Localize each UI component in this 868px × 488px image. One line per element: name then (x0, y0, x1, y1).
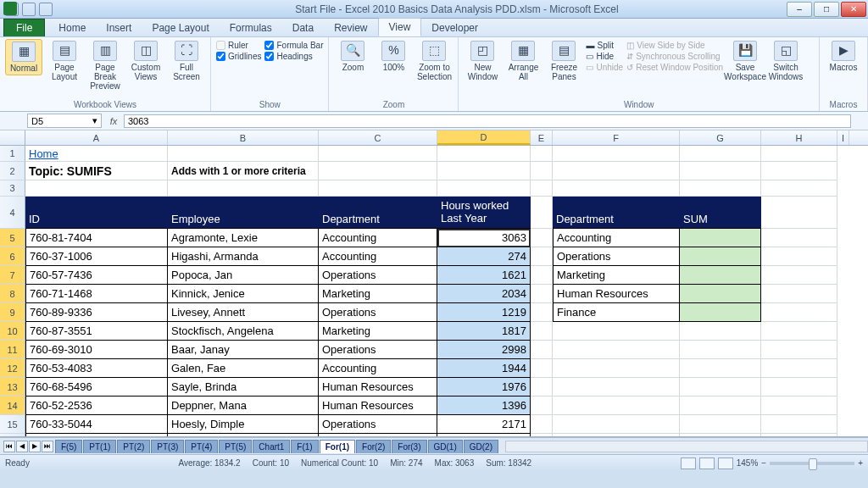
cell-B14[interactable]: Deppner, Mana (168, 396, 319, 415)
tab-data[interactable]: Data (282, 19, 324, 36)
hdr-department[interactable]: Department (319, 197, 437, 229)
cell-A6[interactable]: 760-37-1006 (25, 247, 168, 266)
select-all-corner[interactable] (0, 130, 25, 145)
row-11[interactable]: 11 (0, 341, 25, 359)
col-E[interactable]: E (531, 130, 553, 145)
cell-D15[interactable]: 2171 (437, 415, 531, 434)
cell-B8[interactable]: Kinnick, Jenice (168, 285, 319, 303)
hide-button[interactable]: ▭ Hide (586, 52, 623, 61)
cell-A11[interactable]: 760-69-3010 (25, 341, 168, 359)
cell-A13[interactable]: 760-68-5496 (25, 378, 168, 396)
cell-C13[interactable]: Human Resources (319, 378, 437, 396)
row-2[interactable]: 2 (0, 162, 25, 180)
minimize-button[interactable]: – (787, 2, 812, 17)
switch-windows-button[interactable]: ◱Switch Windows (767, 39, 804, 83)
formula-bar[interactable]: 3063 (124, 114, 851, 128)
custom-views-button[interactable]: ◫Custom Views (127, 39, 164, 83)
name-box[interactable]: D5▾ (27, 114, 102, 128)
cell-B5[interactable]: Agramonte, Lexie (168, 229, 319, 247)
sheet-tab-For(2)[interactable]: For(2) (356, 440, 391, 453)
view-pagebreak-icon[interactable] (718, 458, 733, 469)
row-16[interactable]: 16 (0, 434, 25, 437)
sheet-tab-GD(2)[interactable]: GD(2) (464, 440, 498, 453)
sheet-tab-F(1)[interactable]: F(1) (291, 440, 318, 453)
full-screen-button[interactable]: ⛶Full Screen (168, 39, 205, 83)
view-pagelayout-icon[interactable] (699, 458, 715, 469)
cell-A2[interactable]: Topic: SUMIFS (25, 162, 168, 180)
hdr-hours[interactable]: Hours worked Last Year (437, 197, 531, 229)
row-13[interactable]: 13 (0, 378, 25, 396)
tab-insert[interactable]: Insert (96, 19, 142, 36)
qat-redo-icon[interactable] (39, 3, 53, 16)
cell-D6[interactable]: 274 (437, 247, 531, 266)
row-8[interactable]: 8 (0, 285, 25, 303)
cell-D9[interactable]: 1219 (437, 303, 531, 322)
cell-A7[interactable]: 760-57-7436 (25, 266, 168, 285)
sheet-tab-PT(1)[interactable]: PT(1) (83, 440, 116, 453)
cell-A12[interactable]: 760-53-4083 (25, 359, 168, 378)
cell-C8[interactable]: Marketing (319, 285, 437, 303)
zoom-slider[interactable] (770, 462, 854, 465)
zoom-100-button[interactable]: %100% (375, 39, 412, 74)
cell-F6[interactable]: Operations (553, 247, 680, 266)
sheet-tab-F(5)[interactable]: F(5) (55, 440, 82, 453)
row-12[interactable]: 12 (0, 359, 25, 378)
macros-button[interactable]: ▶Macros (825, 39, 862, 74)
sheet-tab-For(3)[interactable]: For(3) (392, 440, 426, 453)
hdr-department2[interactable]: Department (553, 197, 680, 229)
zoom-out-button[interactable]: − (761, 458, 766, 468)
cell-G9[interactable] (680, 303, 761, 322)
split-button[interactable]: ▬ Split (586, 41, 623, 50)
sheet-nav-last[interactable]: ⏭ (42, 441, 53, 452)
cell-A16[interactable]: 760-24-1698 (25, 434, 168, 437)
file-tab[interactable]: File (3, 19, 45, 36)
cell-B13[interactable]: Sayle, Brinda (168, 378, 319, 396)
sheet-tab-PT(5)[interactable]: PT(5) (219, 440, 252, 453)
zoom-in-button[interactable]: + (858, 458, 863, 468)
cell-F9[interactable]: Finance (553, 303, 680, 322)
cell-A5[interactable]: 760-81-7404 (25, 229, 168, 247)
cell-C7[interactable]: Operations (319, 266, 437, 285)
col-D[interactable]: D (437, 130, 531, 145)
cell-A9[interactable]: 760-89-9336 (25, 303, 168, 322)
cell-B7[interactable]: Popoca, Jan (168, 266, 319, 285)
worksheet[interactable]: A B C D E F G H I 1 Home 2 Topic: SUMIFS… (0, 130, 868, 437)
headings-checkbox[interactable]: Headings (264, 52, 323, 61)
row-14[interactable]: 14 (0, 396, 25, 415)
cell-D10[interactable]: 1817 (437, 322, 531, 341)
col-B[interactable]: B (168, 130, 319, 145)
page-layout-button[interactable]: ▤Page Layout (46, 39, 83, 83)
zoom-selection-button[interactable]: ⬚Zoom to Selection (415, 39, 453, 83)
cell-D14[interactable]: 1396 (437, 396, 531, 415)
sheet-nav-prev[interactable]: ◀ (16, 441, 28, 452)
cell-C10[interactable]: Marketing (319, 322, 437, 341)
cell-C14[interactable]: Human Resources (319, 396, 437, 415)
row-6[interactable]: 6 (0, 247, 25, 266)
ruler-checkbox[interactable]: Ruler (216, 41, 261, 50)
tab-home[interactable]: Home (48, 19, 96, 36)
sheet-tab-PT(3)[interactable]: PT(3) (151, 440, 184, 453)
close-button[interactable]: ✕ (841, 2, 866, 17)
hdr-employee[interactable]: Employee (168, 197, 319, 229)
maximize-button[interactable]: □ (814, 2, 839, 17)
col-F[interactable]: F (553, 130, 680, 145)
cell-C11[interactable]: Operations (319, 341, 437, 359)
cell-B6[interactable]: Higashi, Armanda (168, 247, 319, 266)
cell-A1[interactable]: Home (25, 146, 168, 162)
cell-D7[interactable]: 1621 (437, 266, 531, 285)
row-1[interactable]: 1 (0, 146, 25, 162)
normal-view-button[interactable]: ▦Normal (5, 39, 42, 75)
qat-undo-icon[interactable] (22, 3, 36, 16)
cell-G6[interactable] (680, 247, 761, 266)
cell-D8[interactable]: 2034 (437, 285, 531, 303)
cell-B15[interactable]: Hoesly, Dimple (168, 415, 319, 434)
col-C[interactable]: C (319, 130, 437, 145)
col-A[interactable]: A (25, 130, 168, 145)
sheet-tab-Chart1[interactable]: Chart1 (253, 440, 290, 453)
cell-D11[interactable]: 2998 (437, 341, 531, 359)
row-9[interactable]: 9 (0, 303, 25, 322)
col-I[interactable]: I (837, 130, 849, 145)
gridlines-checkbox[interactable]: Gridlines (216, 52, 261, 61)
col-H[interactable]: H (761, 130, 837, 145)
sheet-tab-For(1)[interactable]: For(1) (320, 440, 355, 453)
